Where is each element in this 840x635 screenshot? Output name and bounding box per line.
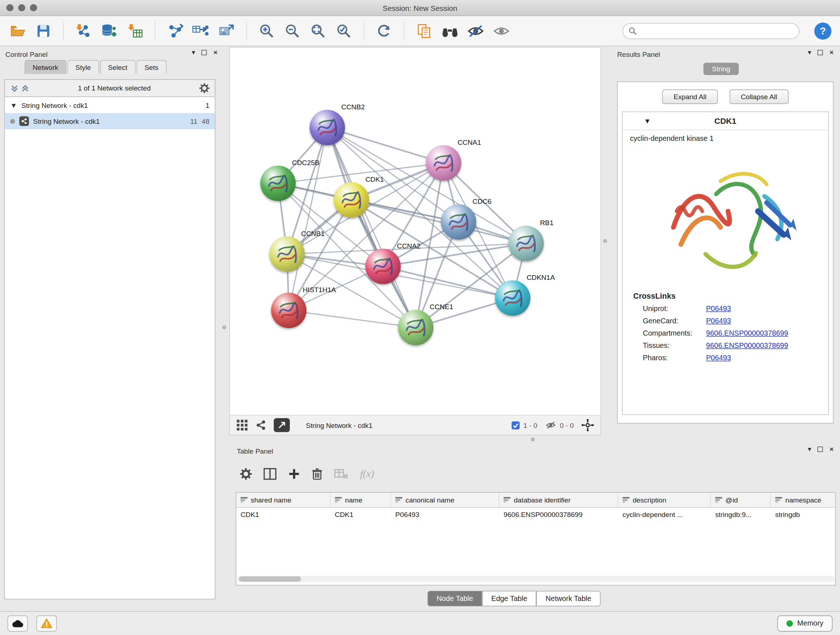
table-row[interactable]: CDK1 CDK1 P06493 9606.ENSP00000378699 cy… [236,508,835,522]
network-edge[interactable] [327,127,416,327]
tab-network[interactable]: Network [25,60,66,74]
protein-node-ccna1[interactable] [426,145,461,181]
table-menu-icon[interactable]: ▾ [808,445,812,453]
scrollbar-thumb[interactable] [239,576,301,582]
tab-select[interactable]: Select [100,60,135,74]
crosslink-pharos-link[interactable]: P06493 [706,354,731,362]
open-session-button[interactable] [9,22,27,40]
annotation-mode-button[interactable] [274,418,290,432]
zoom-in-button[interactable] [257,22,276,40]
column-header[interactable]: database identifier [499,493,618,507]
tab-edge-table[interactable]: Edge Table [482,591,537,606]
protein-node-cdk1[interactable] [334,182,369,218]
network-edge[interactable] [289,127,327,310]
results-tab-string[interactable]: String [703,63,739,75]
column-header[interactable]: namespace [771,493,835,507]
hide-glyphs-button[interactable] [467,22,485,40]
crosslink-compartments-link[interactable]: 9606.ENSP00000378699 [706,329,788,337]
zoom-window-button[interactable] [30,4,37,11]
network-options-gear-icon[interactable] [199,83,210,93]
protein-node-ccne1[interactable] [398,310,433,345]
network-canvas[interactable]: CCNB2CCNA1CDC25BCDK1CDC6RB1CCNB1CCNA2CDK… [229,47,601,415]
memory-button[interactable]: Memory [777,615,832,631]
results-float-icon[interactable] [818,50,823,55]
zoom-out-button[interactable] [283,22,302,40]
collapse-all-button[interactable]: Collapse All [729,89,789,104]
network-icon[interactable] [256,420,266,431]
results-close-icon[interactable]: × [829,48,834,56]
show-columns-icon[interactable] [264,468,277,480]
add-column-plus-icon[interactable] [288,468,300,480]
import-network-database-button[interactable] [100,22,118,40]
crosslink-uniprot-link[interactable]: P06493 [706,304,731,312]
float-panel-icon[interactable] [202,50,207,55]
apply-layout-button[interactable] [375,22,393,40]
import-network-file-button[interactable] [74,22,93,40]
crosslinks-title: CrossLinks [622,287,829,302]
horizontal-splitter-handle[interactable] [531,437,535,441]
table-settings-gear-icon[interactable] [240,468,252,480]
expand-all-button[interactable]: Expand All [662,89,718,104]
warnings-button[interactable] [36,615,57,631]
protein-node-hist1h1a[interactable] [271,293,306,328]
protein-node-cdc25b[interactable] [261,166,296,201]
protein-node-ccna2[interactable] [365,249,401,284]
protein-node-ccnb2[interactable] [309,110,345,146]
collection-expander-icon[interactable]: ▼ [10,101,17,109]
column-header[interactable]: name [331,493,391,507]
table-float-icon[interactable] [818,447,823,452]
zoom-fit-button[interactable] [309,22,327,40]
search-input[interactable] [640,27,794,35]
table-horizontal-scrollbar[interactable] [237,576,835,582]
protein-node-cdc6[interactable] [441,204,477,240]
close-panel-icon[interactable]: × [213,48,218,56]
protein-node-cdkn1a[interactable] [495,280,531,316]
crosslink-genecard-link[interactable]: P06493 [706,317,731,325]
copy-annotation-button[interactable] [415,22,433,40]
zoom-selected-button[interactable] [335,22,353,40]
network-edge[interactable] [351,200,526,243]
protein-node-rb1[interactable] [508,226,544,261]
import-table-button[interactable] [126,22,144,40]
expand-all-networks-icon[interactable] [10,84,19,93]
toolbar-search[interactable] [622,23,799,39]
minimize-window-button[interactable] [18,4,25,11]
collapse-all-networks-icon[interactable] [21,84,30,93]
export-image-button[interactable] [218,22,235,40]
tab-node-table[interactable]: Node Table [428,591,482,606]
birds-eye-view-button[interactable] [441,22,459,40]
column-header[interactable]: canonical name [391,493,499,507]
tab-sets[interactable]: Sets [136,60,166,74]
delete-column-trash-icon[interactable] [312,468,323,480]
save-session-button[interactable] [34,22,52,40]
network-row[interactable]: String Network - cdk1 11 48 [5,113,215,129]
function-builder-icon[interactable]: f(x) [360,468,374,480]
crosslink-tissues-link[interactable]: 9606.ENSP00000378699 [706,341,788,349]
right-splitter-handle[interactable] [603,239,607,242]
left-splitter-handle[interactable] [223,325,226,329]
panel-menu-icon[interactable]: ▾ [192,48,195,56]
new-network-button[interactable] [166,22,184,40]
network-from-table-button[interactable] [192,22,210,40]
tab-network-table[interactable]: Network Table [537,591,600,606]
column-header[interactable]: description [618,493,711,507]
close-window-button[interactable] [6,4,13,11]
table-close-icon[interactable]: × [829,445,834,453]
hidden-eye-slash-icon[interactable] [545,420,557,430]
delete-table-icon[interactable] [334,468,348,480]
network-edge[interactable] [289,310,416,327]
column-header[interactable]: @id [711,493,771,507]
network-edge[interactable] [327,127,444,163]
tab-style[interactable]: Style [67,60,99,74]
help-button[interactable]: ? [814,22,831,39]
show-glyphs-button[interactable] [493,22,510,40]
pan-crosshair-icon[interactable] [581,419,594,432]
network-collection-row[interactable]: ▼ String Network - cdk1 1 [5,97,215,113]
column-header[interactable]: shared name [236,493,331,507]
results-menu-icon[interactable]: ▾ [808,48,812,56]
gene-expander-icon[interactable]: ▼ [644,117,651,125]
cloud-status-button[interactable] [8,615,28,631]
selected-checkbox-icon[interactable] [511,421,520,430]
grid-view-icon[interactable] [236,419,248,431]
protein-node-ccnb1[interactable] [270,236,305,272]
